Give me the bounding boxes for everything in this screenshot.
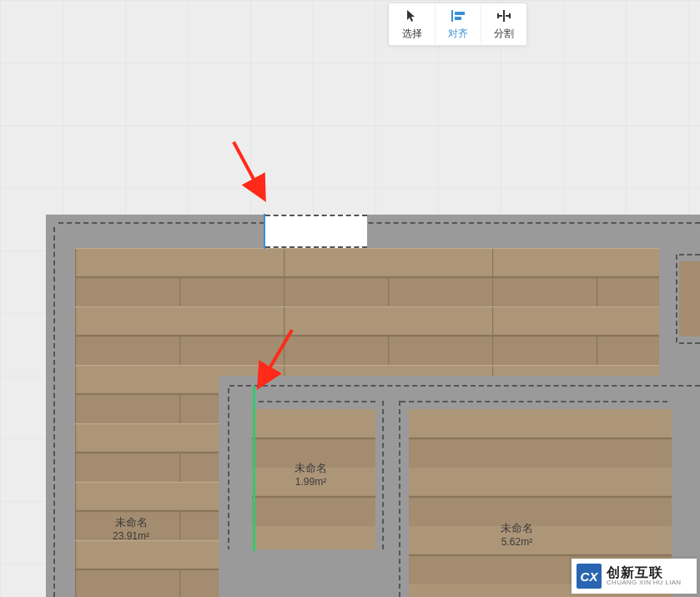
wall-opening[interactable]	[265, 215, 367, 248]
room-floor-small[interactable]	[252, 409, 375, 551]
watermark-en: CHUANG XIN HU LIAN	[607, 579, 681, 587]
selection-edge[interactable]	[264, 214, 265, 249]
wall-centerline	[58, 222, 700, 224]
wall-centerline	[679, 254, 700, 255]
wall-centerline	[382, 401, 384, 558]
wall-centerline	[400, 401, 667, 402]
svg-rect-6	[455, 17, 461, 20]
split-icon	[497, 8, 511, 23]
wall-centerline	[676, 255, 677, 342]
context-toolbar: 选择 对齐 分割	[388, 3, 527, 46]
watermark-cn: 创新互联	[607, 565, 681, 580]
select-tool-button[interactable]: 选择	[389, 3, 435, 45]
tool-label: 分割	[494, 27, 514, 41]
svg-rect-11	[509, 13, 511, 18]
wall-centerline	[228, 388, 229, 559]
wall-centerline	[259, 401, 375, 402]
watermark-logo-icon: CX	[577, 564, 602, 589]
split-tool-button[interactable]: 分割	[481, 3, 526, 45]
room-floor-alcove[interactable]	[679, 261, 700, 336]
svg-rect-10	[497, 13, 499, 18]
wall-centerline	[229, 385, 700, 387]
align-icon	[451, 8, 465, 23]
alignment-guide[interactable]	[253, 386, 255, 551]
wall-centerline	[399, 401, 400, 597]
annotation-arrow-icon	[229, 138, 275, 209]
svg-rect-7	[503, 10, 505, 22]
svg-rect-4	[451, 10, 453, 22]
cursor-icon	[406, 8, 418, 23]
svg-rect-5	[455, 12, 465, 15]
wall-centerline	[53, 227, 55, 597]
watermark: CX 创新互联 CHUANG XIN HU LIAN	[572, 559, 697, 594]
floor-plan: 未命名 23.91m² 未命名 1.99m² 未命名 5.62m²	[0, 0, 700, 597]
watermark-text: 创新互联 CHUANG XIN HU LIAN	[607, 565, 681, 587]
inner-wall	[219, 549, 396, 597]
tool-label: 对齐	[448, 27, 468, 41]
svg-line-1	[234, 142, 263, 196]
align-tool-button[interactable]: 对齐	[435, 3, 481, 45]
design-canvas[interactable]: 未命名 23.91m² 未命名 1.99m² 未命名 5.62m² 选择	[0, 0, 700, 597]
tool-label: 选择	[402, 27, 422, 41]
wall-centerline	[679, 342, 700, 344]
